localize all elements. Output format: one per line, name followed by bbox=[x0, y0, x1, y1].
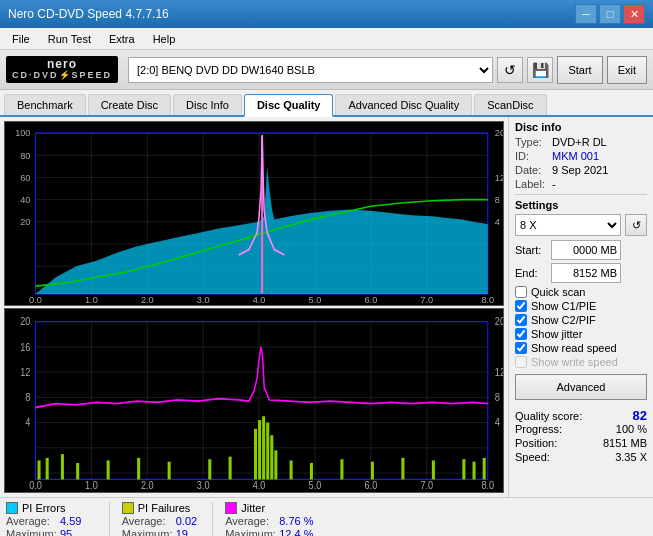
pi-failures-max-label: Maximum: bbox=[122, 528, 174, 536]
svg-text:20: 20 bbox=[20, 315, 30, 327]
pi-failures-color bbox=[122, 502, 134, 514]
speed-label-quality: Speed: bbox=[515, 451, 550, 463]
tab-advanced-disc-quality[interactable]: Advanced Disc Quality bbox=[335, 94, 472, 115]
window-controls: ─ □ ✕ bbox=[575, 4, 645, 24]
jitter-max-row: Maximum: 12.4 % bbox=[225, 528, 313, 536]
exit-button[interactable]: Exit bbox=[607, 56, 647, 84]
quality-score-value: 82 bbox=[633, 408, 647, 423]
disc-info-title: Disc info bbox=[515, 121, 647, 133]
svg-rect-83 bbox=[168, 462, 171, 480]
jitter-avg-row: Average: 8.76 % bbox=[225, 515, 313, 527]
start-mb-label: Start: bbox=[515, 244, 547, 256]
drive-select[interactable]: [2:0] BENQ DVD DD DW1640 BSLB bbox=[128, 57, 493, 83]
svg-text:16: 16 bbox=[20, 341, 30, 353]
show-write-speed-row: Show write speed bbox=[515, 356, 647, 368]
svg-text:8.0: 8.0 bbox=[481, 293, 494, 304]
jitter-avg-label: Average: bbox=[225, 515, 277, 527]
svg-rect-97 bbox=[432, 460, 435, 479]
top-chart: 100 80 60 40 20 20 12 8 4 0.0 1.0 2.0 3.… bbox=[4, 121, 504, 306]
disc-label-row: Label: - bbox=[515, 178, 647, 190]
close-button[interactable]: ✕ bbox=[623, 4, 645, 24]
svg-text:2.0: 2.0 bbox=[141, 480, 154, 492]
pi-errors-max-value: 95 bbox=[60, 528, 72, 536]
speed-row-quality: Speed: 3.35 X bbox=[515, 451, 647, 463]
svg-text:0.0: 0.0 bbox=[29, 293, 42, 304]
logo: nero CD·DVD⚡SPEED bbox=[6, 56, 118, 83]
svg-text:4.0: 4.0 bbox=[253, 480, 266, 492]
svg-rect-98 bbox=[462, 459, 465, 479]
quick-scan-checkbox[interactable] bbox=[515, 286, 527, 298]
svg-text:1.0: 1.0 bbox=[85, 293, 98, 304]
svg-text:3.0: 3.0 bbox=[197, 480, 210, 492]
show-c2-pif-checkbox[interactable] bbox=[515, 314, 527, 326]
quick-scan-row: Quick scan bbox=[515, 286, 647, 298]
pi-errors-avg-label: Average: bbox=[6, 515, 58, 527]
jitter-label: Jitter bbox=[241, 502, 265, 514]
toolbar: nero CD·DVD⚡SPEED [2:0] BENQ DVD DD DW16… bbox=[0, 50, 653, 90]
start-mb-row: Start: bbox=[515, 240, 647, 260]
svg-text:60: 60 bbox=[20, 171, 30, 182]
show-read-speed-checkbox[interactable] bbox=[515, 342, 527, 354]
show-jitter-checkbox[interactable] bbox=[515, 328, 527, 340]
svg-text:80: 80 bbox=[20, 149, 30, 160]
advanced-button[interactable]: Advanced bbox=[515, 374, 647, 400]
svg-rect-78 bbox=[46, 458, 49, 479]
show-c1-pie-checkbox[interactable] bbox=[515, 300, 527, 312]
show-c2-pif-row: Show C2/PIF bbox=[515, 314, 647, 326]
svg-text:20: 20 bbox=[495, 127, 503, 138]
menu-help[interactable]: Help bbox=[145, 31, 184, 47]
svg-text:12: 12 bbox=[495, 171, 503, 182]
divider-2 bbox=[212, 502, 213, 536]
svg-rect-88 bbox=[262, 416, 265, 479]
start-button[interactable]: Start bbox=[557, 56, 602, 84]
svg-rect-93 bbox=[310, 463, 313, 479]
menu-extra[interactable]: Extra bbox=[101, 31, 143, 47]
tab-disc-quality[interactable]: Disc Quality bbox=[244, 94, 334, 117]
menu-file[interactable]: File bbox=[4, 31, 38, 47]
show-write-speed-label: Show write speed bbox=[531, 356, 618, 368]
svg-text:0.0: 0.0 bbox=[29, 480, 42, 492]
svg-rect-79 bbox=[61, 454, 64, 479]
date-label: Date: bbox=[515, 164, 550, 176]
position-value: 8151 MB bbox=[603, 437, 647, 449]
save-icon[interactable]: 💾 bbox=[527, 57, 553, 83]
tab-disc-info[interactable]: Disc Info bbox=[173, 94, 242, 115]
speed-select[interactable]: 8 X 4 X 12 X MAX bbox=[515, 214, 621, 236]
svg-rect-84 bbox=[208, 459, 211, 479]
jitter-avg-value: 8.76 % bbox=[279, 515, 313, 527]
title-bar: Nero CD-DVD Speed 4.7.7.16 ─ □ ✕ bbox=[0, 0, 653, 28]
refresh-icon[interactable]: ↺ bbox=[497, 57, 523, 83]
minimize-button[interactable]: ─ bbox=[575, 4, 597, 24]
tab-benchmark[interactable]: Benchmark bbox=[4, 94, 86, 115]
tab-scandisc[interactable]: ScanDisc bbox=[474, 94, 546, 115]
svg-rect-77 bbox=[38, 460, 41, 479]
pi-errors-header: PI Errors bbox=[6, 502, 97, 514]
refresh-settings-icon[interactable]: ↺ bbox=[625, 214, 647, 236]
tab-create-disc[interactable]: Create Disc bbox=[88, 94, 171, 115]
maximize-button[interactable]: □ bbox=[599, 4, 621, 24]
svg-rect-96 bbox=[401, 458, 404, 479]
settings-title: Settings bbox=[515, 199, 647, 211]
pi-errors-label: PI Errors bbox=[22, 502, 65, 514]
end-mb-label: End: bbox=[515, 267, 547, 279]
jitter-max-value: 12.4 % bbox=[279, 528, 313, 536]
show-c1-pie-label: Show C1/PIE bbox=[531, 300, 596, 312]
svg-rect-99 bbox=[473, 462, 476, 480]
bottom-stats: PI Errors Average: 4.59 Maximum: 95 Tota… bbox=[0, 497, 653, 536]
show-c2-pif-label: Show C2/PIF bbox=[531, 314, 596, 326]
svg-text:7.0: 7.0 bbox=[420, 480, 433, 492]
svg-text:1.0: 1.0 bbox=[85, 480, 98, 492]
svg-text:4: 4 bbox=[25, 416, 30, 428]
svg-text:12: 12 bbox=[20, 366, 30, 378]
show-jitter-row: Show jitter bbox=[515, 328, 647, 340]
progress-value: 100 % bbox=[616, 423, 647, 435]
pi-errors-group: PI Errors Average: 4.59 Maximum: 95 Tota… bbox=[6, 502, 97, 536]
menu-run-test[interactable]: Run Test bbox=[40, 31, 99, 47]
date-value: 9 Sep 2021 bbox=[552, 164, 608, 176]
end-mb-input[interactable] bbox=[551, 263, 621, 283]
svg-text:7.0: 7.0 bbox=[420, 293, 433, 304]
jitter-header: Jitter bbox=[225, 502, 313, 514]
start-mb-input[interactable] bbox=[551, 240, 621, 260]
progress-label: Progress: bbox=[515, 423, 562, 435]
label-value: - bbox=[552, 178, 556, 190]
